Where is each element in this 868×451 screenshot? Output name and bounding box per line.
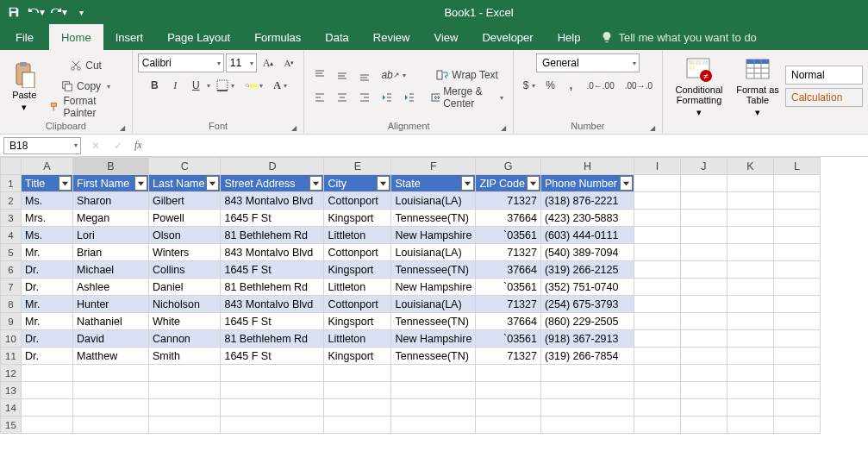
clipboard-dialog-launcher[interactable]: ◢	[120, 124, 125, 132]
cell[interactable]	[324, 365, 391, 382]
cell[interactable]: Dr.	[22, 279, 73, 296]
cell[interactable]	[324, 382, 391, 399]
cell[interactable]: Ms.	[22, 192, 73, 210]
cell[interactable]	[73, 365, 149, 382]
filter-dropdown-button[interactable]	[377, 176, 390, 191]
cell[interactable]	[680, 210, 727, 227]
row-header[interactable]: 14	[1, 399, 22, 417]
cell[interactable]	[221, 365, 324, 382]
filter-dropdown-button[interactable]	[134, 176, 147, 191]
align-bottom-button[interactable]	[354, 66, 375, 85]
orientation-button[interactable]: ab↗▾	[377, 66, 409, 85]
tab-formulas[interactable]: Formulas	[242, 24, 313, 50]
row-header[interactable]: 6	[1, 261, 22, 279]
row-header[interactable]: 13	[1, 382, 22, 399]
cell[interactable]	[634, 175, 680, 192]
cell[interactable]	[727, 244, 773, 261]
cell[interactable]: 1645 F St	[221, 261, 324, 279]
cell[interactable]: (352) 751-0740	[540, 279, 634, 296]
cell[interactable]	[727, 417, 773, 434]
row-header[interactable]: 2	[1, 192, 22, 210]
bold-button[interactable]: B	[145, 76, 164, 95]
cell[interactable]: `03561	[476, 330, 541, 348]
column-header[interactable]: K	[727, 158, 773, 175]
cell[interactable]	[22, 382, 73, 399]
row-header[interactable]: 4	[1, 227, 22, 244]
cell[interactable]: Kingsport	[324, 348, 391, 365]
cell[interactable]	[727, 175, 773, 192]
cell[interactable]	[680, 175, 727, 192]
increase-font-button[interactable]: A▴	[259, 53, 278, 72]
align-right-button[interactable]	[354, 88, 375, 107]
cell[interactable]: Tennessee(TN)	[391, 348, 476, 365]
cell[interactable]	[540, 399, 634, 417]
cell[interactable]	[727, 227, 773, 244]
format-painter-button[interactable]: Format Painter	[45, 97, 126, 116]
cell[interactable]: Brian	[73, 244, 149, 261]
filter-dropdown-button[interactable]	[309, 176, 322, 191]
cell[interactable]: Megan	[73, 210, 149, 227]
cell[interactable]: Cottonport	[324, 296, 391, 313]
cell[interactable]	[727, 399, 773, 417]
conditional-formatting-button[interactable]: ≠ Conditional Formatting▾	[668, 53, 730, 119]
column-header[interactable]: L	[773, 158, 820, 175]
cell[interactable]: David	[73, 330, 149, 348]
name-box[interactable]: B18▾	[3, 137, 81, 154]
cell[interactable]	[773, 175, 820, 192]
cell[interactable]	[221, 382, 324, 399]
cell[interactable]: 1645 F St	[221, 348, 324, 365]
cell[interactable]	[634, 296, 680, 313]
cell[interactable]	[634, 417, 680, 434]
cell[interactable]	[634, 313, 680, 330]
cell[interactable]: Olson	[149, 227, 221, 244]
cell[interactable]	[680, 382, 727, 399]
cell[interactable]	[773, 313, 820, 330]
fx-icon[interactable]: fx	[129, 139, 147, 152]
cell[interactable]: Tennessee(TN)	[391, 210, 476, 227]
cell[interactable]: Kingsport	[324, 313, 391, 330]
cell[interactable]: Daniel	[149, 279, 221, 296]
cell[interactable]	[773, 210, 820, 227]
cell[interactable]: Nicholson	[149, 296, 221, 313]
cell[interactable]: Gilbert	[149, 192, 221, 210]
cell-style-calculation[interactable]: Calculation	[785, 88, 863, 107]
cell[interactable]: Cottonport	[324, 244, 391, 261]
cell[interactable]: (423) 230-5883	[540, 210, 634, 227]
alignment-dialog-launcher[interactable]: ◢	[501, 124, 506, 132]
cell[interactable]	[22, 365, 73, 382]
cell[interactable]: 81 Bethlehem Rd	[221, 279, 324, 296]
cell[interactable]	[680, 192, 727, 210]
cell[interactable]: ZIP Code	[476, 175, 541, 192]
font-dialog-launcher[interactable]: ◢	[291, 124, 297, 132]
cell[interactable]	[391, 382, 476, 399]
row-header[interactable]: 8	[1, 296, 22, 313]
cell[interactable]: First Name	[73, 175, 149, 192]
cell[interactable]	[149, 417, 221, 434]
cell[interactable]: Littleton	[324, 330, 391, 348]
cell[interactable]	[680, 279, 727, 296]
fill-color-button[interactable]: ▾	[240, 76, 267, 95]
cell[interactable]	[773, 330, 820, 348]
cell[interactable]	[476, 382, 541, 399]
wrap-text-button[interactable]: Wrap Text	[427, 66, 507, 85]
filter-dropdown-button[interactable]	[461, 176, 474, 191]
cell[interactable]: Street Address	[221, 175, 324, 192]
cell[interactable]: Lori	[73, 227, 149, 244]
cell[interactable]	[680, 399, 727, 417]
cell[interactable]: (319) 266-2125	[540, 261, 634, 279]
cell[interactable]	[391, 417, 476, 434]
paste-button[interactable]: Paste ▾	[5, 59, 43, 114]
cell[interactable]	[773, 227, 820, 244]
row-header[interactable]: 7	[1, 279, 22, 296]
column-header[interactable]: C	[149, 158, 221, 175]
cell[interactable]	[680, 244, 727, 261]
align-left-button[interactable]	[309, 88, 330, 107]
tab-developer[interactable]: Developer	[470, 24, 545, 50]
cell[interactable]: Louisiana(LA)	[391, 244, 476, 261]
cell[interactable]	[727, 313, 773, 330]
percent-format-button[interactable]: %	[541, 76, 560, 95]
tab-review[interactable]: Review	[361, 24, 422, 50]
borders-button[interactable]: ▾	[212, 76, 239, 95]
cell[interactable]	[680, 261, 727, 279]
undo-icon[interactable]: ▾	[26, 2, 47, 22]
